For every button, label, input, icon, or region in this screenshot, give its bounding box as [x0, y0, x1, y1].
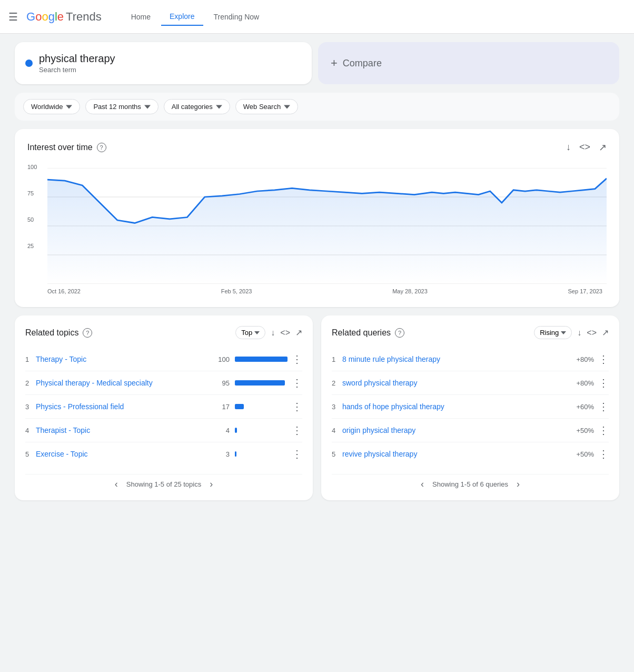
topics-prev-icon[interactable]: ‹	[115, 479, 118, 490]
chart-area	[47, 168, 607, 284]
filter-location[interactable]: Worldwide	[23, 99, 80, 114]
queries-list: 1 8 minute rule physical therapy +80% ⋮ …	[332, 348, 609, 466]
x-label-1: Oct 16, 2022	[47, 288, 81, 294]
more-options-icon[interactable]: ⋮	[292, 400, 302, 413]
list-item[interactable]: Therapy - Topic	[36, 355, 213, 363]
list-item[interactable]: hands of hope physical therapy	[342, 402, 568, 411]
related-queries-help-icon[interactable]: ?	[395, 328, 404, 338]
x-label-4: Sep 17, 2023	[568, 288, 602, 294]
download-icon[interactable]: ↓	[566, 142, 571, 153]
more-options-icon[interactable]: ⋮	[598, 448, 609, 460]
related-queries-title: Related queries	[332, 328, 391, 338]
more-options-icon[interactable]: ⋮	[292, 424, 302, 437]
share-icon[interactable]: ↗	[599, 142, 607, 153]
embed-icon[interactable]: <>	[579, 142, 590, 153]
item-change: +80%	[568, 355, 594, 363]
queries-prev-icon[interactable]: ‹	[421, 479, 424, 490]
topics-filter-dropdown[interactable]: Top	[235, 326, 265, 339]
header: ☰ Google Trends Home Explore Trending No…	[0, 0, 634, 34]
topics-embed-icon[interactable]: <>	[280, 328, 290, 338]
item-num: 4	[25, 427, 36, 434]
table-row: 4 Therapist - Topic 4 ⋮	[25, 419, 302, 442]
list-item[interactable]: Exercise - Topic	[36, 450, 213, 458]
related-topics-help-icon[interactable]: ?	[83, 328, 92, 338]
more-options-icon[interactable]: ⋮	[292, 448, 302, 460]
filter-category[interactable]: All categories	[164, 99, 230, 114]
nav-trending-now[interactable]: Trending Now	[205, 8, 268, 25]
chevron-down-icon	[216, 104, 222, 110]
chart-title-text: Interest over time	[27, 143, 93, 152]
y-label-25: 25	[27, 243, 34, 249]
filter-location-label: Worldwide	[31, 103, 63, 111]
search-term-box[interactable]: physical therapy Search term	[15, 42, 312, 84]
chart-actions: ↓ <> ↗	[566, 142, 607, 153]
list-item[interactable]: revive physical therapy	[342, 450, 568, 458]
bar-container	[235, 380, 288, 386]
related-topics-title-group: Related topics ?	[25, 328, 92, 338]
nav-explore[interactable]: Explore	[161, 8, 203, 26]
topics-download-icon[interactable]: ↓	[271, 328, 275, 338]
bar	[235, 357, 288, 362]
related-queries-controls: Rising ↓ <> ↗	[534, 326, 609, 339]
table-row: 2 sword physical therapy +80% ⋮	[332, 371, 609, 395]
more-options-icon[interactable]: ⋮	[598, 353, 609, 365]
more-options-icon[interactable]: ⋮	[598, 377, 609, 389]
queries-share-icon[interactable]: ↗	[602, 328, 609, 338]
list-item[interactable]: sword physical therapy	[342, 379, 568, 387]
logo: Google Trends	[26, 10, 102, 24]
list-item[interactable]: origin physical therapy	[342, 426, 568, 434]
queries-embed-icon[interactable]: <>	[587, 328, 597, 338]
term-dot	[25, 60, 33, 67]
item-num: 1	[25, 355, 36, 363]
topics-list: 1 Therapy - Topic 100 ⋮ 2 Physical thera…	[25, 348, 302, 466]
menu-icon[interactable]: ☰	[8, 11, 18, 23]
related-topics-title: Related topics	[25, 328, 78, 338]
item-num: 2	[332, 379, 342, 387]
filter-search-type[interactable]: Web Search	[235, 99, 298, 114]
item-change: +80%	[568, 379, 594, 387]
filter-time[interactable]: Past 12 months	[85, 99, 158, 114]
table-row: 5 revive physical therapy +50% ⋮	[332, 442, 609, 466]
item-num: 4	[332, 427, 342, 434]
chart-svg	[47, 168, 607, 284]
more-options-icon[interactable]: ⋮	[292, 377, 302, 389]
item-change: +50%	[568, 427, 594, 434]
queries-next-icon[interactable]: ›	[517, 479, 520, 490]
item-value: 4	[213, 427, 230, 434]
y-label-50: 50	[27, 216, 34, 223]
list-item[interactable]: 8 minute rule physical therapy	[342, 355, 568, 363]
more-options-icon[interactable]: ⋮	[292, 353, 302, 365]
list-item[interactable]: Physical therapy - Medical specialty	[36, 379, 213, 387]
filter-category-label: All categories	[172, 103, 213, 111]
topics-footer-text: Showing 1-5 of 25 topics	[126, 480, 201, 488]
logo-text: Google	[26, 10, 64, 24]
topics-share-icon[interactable]: ↗	[295, 328, 302, 338]
term-name: physical therapy	[39, 53, 115, 65]
topics-filter-label: Top	[241, 329, 252, 337]
item-num: 3	[332, 403, 342, 411]
related-topics-controls: Top ↓ <> ↗	[235, 326, 302, 339]
item-num: 5	[332, 450, 342, 458]
topics-next-icon[interactable]: ›	[210, 479, 213, 490]
queries-filter-label: Rising	[540, 329, 559, 337]
item-value: 100	[213, 355, 230, 363]
table-row: 2 Physical therapy - Medical specialty 9…	[25, 371, 302, 395]
more-options-icon[interactable]: ⋮	[598, 424, 609, 437]
compare-box[interactable]: + Compare	[318, 42, 619, 84]
related-queries-footer: ‹ Showing 1-5 of 6 queries ›	[332, 474, 609, 490]
chart-help-icon[interactable]: ?	[97, 143, 106, 152]
related-topics-header: Related topics ? Top ↓ <> ↗	[25, 326, 302, 339]
list-item[interactable]: Physics - Professional field	[36, 402, 213, 411]
related-queries-title-group: Related queries ?	[332, 328, 404, 338]
filter-bar: Worldwide Past 12 months All categories …	[15, 93, 619, 121]
y-axis: 100 75 50 25	[27, 164, 43, 269]
queries-download-icon[interactable]: ↓	[577, 328, 581, 338]
queries-filter-dropdown[interactable]: Rising	[534, 326, 572, 339]
more-options-icon[interactable]: ⋮	[598, 400, 609, 413]
nav-home[interactable]: Home	[123, 8, 159, 25]
chart-section: Interest over time ? ↓ <> ↗ 100 75 50 25	[15, 129, 619, 307]
y-label-100: 100	[27, 164, 37, 170]
chart-title-group: Interest over time ?	[27, 143, 106, 152]
table-row: 3 hands of hope physical therapy +60% ⋮	[332, 395, 609, 419]
list-item[interactable]: Therapist - Topic	[36, 426, 213, 434]
